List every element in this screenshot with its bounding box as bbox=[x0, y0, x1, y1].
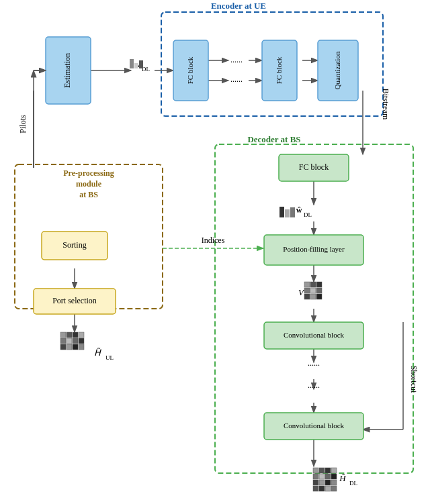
svg-rect-63 bbox=[313, 480, 318, 485]
svg-rect-47 bbox=[67, 338, 72, 344]
svg-rect-31 bbox=[280, 207, 284, 217]
h-ul-label: H̃ bbox=[94, 348, 101, 358]
svg-rect-35 bbox=[310, 282, 316, 287]
conv-block-2-label: Convolutional block bbox=[284, 421, 345, 430]
svg-rect-67 bbox=[313, 486, 318, 491]
h-ul-sub: UL bbox=[105, 354, 114, 361]
svg-rect-41 bbox=[310, 294, 316, 299]
svg-rect-43 bbox=[60, 332, 66, 338]
preprocessing-title-2: module bbox=[76, 179, 102, 189]
svg-rect-56 bbox=[319, 468, 325, 473]
svg-rect-54 bbox=[79, 344, 84, 350]
svg-rect-39 bbox=[316, 288, 322, 293]
svg-rect-48 bbox=[73, 338, 78, 344]
indices-label: Indices bbox=[202, 236, 225, 245]
svg-rect-32 bbox=[285, 209, 290, 217]
estimation-label: Estimation bbox=[62, 53, 72, 88]
fc-block-decoder-label: FC block bbox=[299, 162, 329, 172]
preprocessing-title-1: Pre-processing bbox=[63, 168, 114, 178]
dots-decoder-2: ...... bbox=[308, 381, 320, 390]
svg-rect-46 bbox=[60, 338, 66, 344]
dots-encoder-bottom: ...... bbox=[230, 74, 243, 84]
h-hat-dl-label: Ĥ bbox=[339, 473, 346, 483]
svg-rect-53 bbox=[79, 338, 84, 344]
svg-rect-61 bbox=[325, 474, 331, 479]
svg-rect-65 bbox=[325, 480, 331, 485]
w-hat-dl-label: ŵ bbox=[296, 205, 302, 215]
svg-rect-57 bbox=[325, 468, 331, 473]
quantization-label: Quantization bbox=[333, 51, 341, 89]
shortcut-label: Shortcut bbox=[409, 366, 419, 393]
svg-rect-45 bbox=[73, 332, 78, 338]
w-hat-dl-sub: DL bbox=[304, 211, 312, 218]
svg-rect-68 bbox=[319, 486, 325, 491]
v-label: V bbox=[298, 287, 305, 297]
sorting-label: Sorting bbox=[62, 240, 86, 250]
svg-rect-70 bbox=[331, 486, 337, 491]
svg-rect-33 bbox=[290, 207, 295, 217]
svg-rect-52 bbox=[79, 332, 84, 338]
preprocessing-title-3: at BS bbox=[79, 190, 98, 199]
h-hat-dl-sub: DL bbox=[349, 480, 357, 487]
svg-rect-59 bbox=[313, 474, 318, 479]
svg-rect-69 bbox=[325, 486, 331, 491]
svg-rect-60 bbox=[319, 474, 325, 479]
svg-rect-37 bbox=[304, 288, 310, 293]
svg-rect-38 bbox=[310, 288, 316, 293]
encoder-title: Encoder at UE bbox=[211, 1, 266, 11]
bitstream-label: Bitstream bbox=[381, 89, 390, 120]
svg-rect-58 bbox=[331, 468, 337, 473]
svg-rect-40 bbox=[304, 294, 310, 299]
svg-rect-44 bbox=[67, 332, 72, 338]
svg-rect-42 bbox=[316, 294, 322, 299]
dots-encoder-top: ...... bbox=[230, 55, 243, 64]
fc-block-2-label: FC block bbox=[275, 56, 283, 84]
dots-decoder-1: ...... bbox=[308, 358, 320, 368]
decoder-title: Decoder at BS bbox=[247, 134, 300, 144]
svg-rect-66 bbox=[331, 480, 337, 485]
svg-rect-29 bbox=[134, 63, 138, 68]
svg-rect-36 bbox=[316, 282, 322, 287]
port-selection-label: Port selection bbox=[52, 296, 97, 305]
svg-rect-49 bbox=[60, 344, 66, 350]
svg-rect-30 bbox=[139, 60, 143, 68]
svg-rect-34 bbox=[304, 282, 310, 287]
position-filling-label: Position-filling layer bbox=[283, 245, 345, 253]
conv-block-1-label: Convolutional block bbox=[284, 331, 345, 339]
fc-block-1-label: FC block bbox=[186, 56, 194, 84]
svg-rect-51 bbox=[73, 344, 78, 350]
diagram-container: Estimation FC block FC block Quantizatio… bbox=[0, 0, 430, 504]
pilots-label: Pilots bbox=[18, 115, 28, 134]
svg-rect-64 bbox=[319, 480, 325, 485]
svg-rect-50 bbox=[67, 344, 72, 350]
svg-rect-28 bbox=[130, 59, 134, 68]
svg-rect-55 bbox=[313, 468, 318, 473]
svg-rect-62 bbox=[331, 474, 337, 479]
